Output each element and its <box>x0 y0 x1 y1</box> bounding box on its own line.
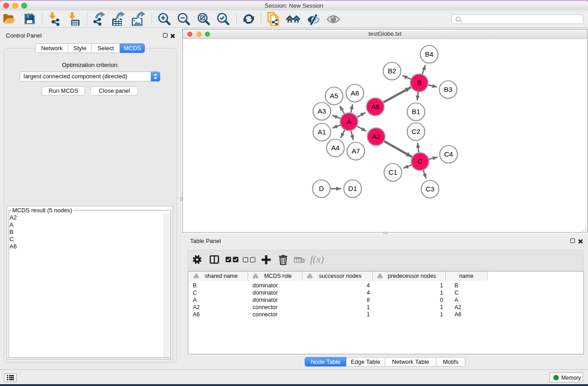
svg-text:A1: A1 <box>318 128 326 136</box>
svg-text:C2: C2 <box>411 128 420 135</box>
svg-text:A3: A3 <box>318 107 326 115</box>
svg-text:D: D <box>319 185 324 192</box>
svg-text:A5: A5 <box>330 92 339 100</box>
svg-text:B3: B3 <box>444 86 453 93</box>
svg-text:B2: B2 <box>388 67 397 75</box>
svg-text:C1: C1 <box>388 168 397 176</box>
svg-text:A6: A6 <box>371 103 380 110</box>
svg-text:A: A <box>347 118 352 125</box>
svg-text:C: C <box>418 157 423 165</box>
svg-text:A2: A2 <box>372 133 381 140</box>
svg-text:D1: D1 <box>348 185 357 192</box>
svg-text:B4: B4 <box>425 50 434 58</box>
svg-text:C4: C4 <box>444 150 453 158</box>
svg-text:A7: A7 <box>352 147 360 155</box>
svg-text:A4: A4 <box>331 144 340 152</box>
svg-text:B1: B1 <box>412 108 421 115</box>
svg-text:A8: A8 <box>351 89 359 97</box>
svg-text:C3: C3 <box>425 185 434 193</box>
svg-text:B: B <box>417 79 421 86</box>
